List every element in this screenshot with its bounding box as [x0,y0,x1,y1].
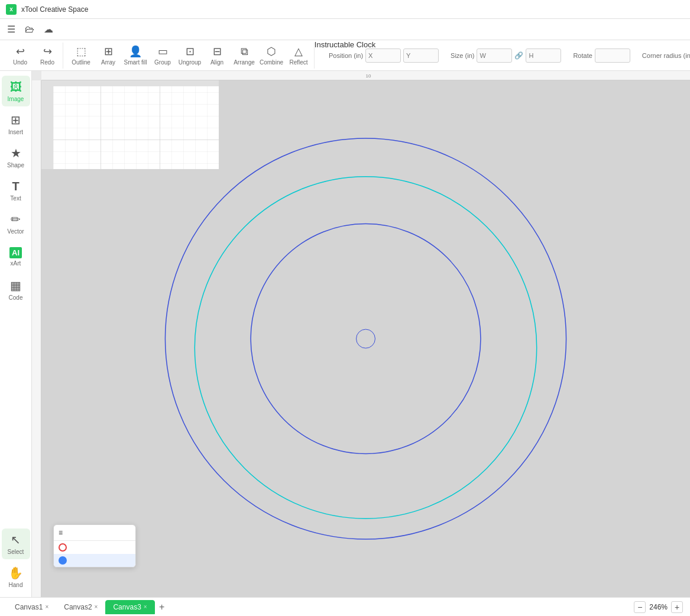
layer-panel-header: ≡ [54,525,135,541]
sidebar-item-code[interactable]: ▦ Code [2,274,30,305]
xart-icon: AI [9,247,22,258]
sidebar-item-insert[interactable]: ⊞ Insert [2,109,30,140]
toolbar: ↩ Undo ↪ Redo ⬚ Outline ⊞ Array 👤 Smart … [0,40,690,71]
zoom-controls: − 246% + [634,601,683,613]
position-group: Position (in) [324,48,443,63]
arrange-button[interactable]: ⧉ Arrange [231,43,257,69]
canvas-area[interactable]: 10 [32,71,690,597]
circle-cyan [195,177,536,518]
toolbar-group-history: ↩ Undo ↪ Redo [5,43,63,69]
size-w-input[interactable] [477,48,512,63]
select-icon: ↖ [11,533,21,547]
arrange-icon: ⧉ [241,46,248,58]
redo-icon: ↪ [43,45,52,58]
tab-canvas2[interactable]: Canvas2 × [56,600,105,614]
outline-icon: ⬚ [76,45,86,58]
hand-icon: ✋ [8,566,23,580]
sidebar-item-shape[interactable]: ★ Shape [2,142,30,173]
tab-canvas2-label: Canvas2 [64,603,92,611]
menu-hamburger-icon[interactable]: ☰ [7,24,15,35]
ruler-tick-10: 10 [366,73,371,79]
svg-rect-2 [53,86,207,157]
sidebar-item-hand[interactable]: ✋ Hand [2,562,30,592]
drawing-canvas [41,80,690,597]
tab-canvas3-close[interactable]: × [144,604,147,610]
zoom-plus-button[interactable]: + [671,601,683,613]
toolbar-group-tools: ⬚ Outline ⊞ Array 👤 Smart fill ▭ Group ⊡… [66,43,315,69]
app-title: xTool Creative Space [21,5,88,14]
position-label: Position (in) [329,52,363,59]
svg-rect-4 [53,86,219,169]
align-button[interactable]: ⊟ Align [204,43,230,69]
align-icon: ⊟ [213,45,222,58]
sidebar-item-image[interactable]: 🖼 Image [2,76,30,106]
layer-item-red[interactable] [54,541,135,554]
array-button[interactable]: ⊞ Array [95,43,121,69]
smart-fill-button[interactable]: 👤 Smart fill [122,43,148,69]
reflect-icon: △ [294,45,303,58]
position-x-input[interactable] [365,48,401,63]
sidebar-item-select[interactable]: ↖ Select [2,529,30,559]
layer-panel: ≡ [53,524,136,568]
group-icon: ▭ [158,45,168,58]
reflect-button[interactable]: △ Reflect [286,43,312,69]
combine-icon: ⬡ [267,45,276,58]
layer-list-icon: ≡ [59,529,63,537]
tab-canvas1-close[interactable]: × [45,604,48,610]
ruler-top: 10 [41,71,690,80]
svg-rect-3 [53,86,219,169]
app-icon: x [6,4,17,15]
undo-icon: ↩ [16,45,25,58]
lock-icon: 🔗 [514,51,523,60]
ungroup-icon: ⊡ [186,45,195,58]
tab-canvas3[interactable]: Canvas3 × [105,600,154,614]
zoom-minus-button[interactable]: − [634,601,646,613]
array-icon: ⊞ [104,45,113,58]
circle-inner-blue [251,224,481,454]
tab-canvas1-label: Canvas1 [15,603,43,611]
tab-canvas1[interactable]: Canvas1 × [7,600,56,614]
titlebar: x xTool Creative Space [0,0,690,19]
ruler-left [32,80,41,597]
sidebar-item-text[interactable]: T Text [2,175,30,206]
rotate-input[interactable] [595,48,630,63]
circle-outer-blue [165,138,566,539]
outline-button[interactable]: ⬚ Outline [68,43,94,69]
tab-add-button[interactable]: + [155,600,169,614]
corner-radius-label: Corner radius (in) [642,52,690,59]
layer-dot-blue [59,556,67,565]
insert-icon: ⊞ [11,113,21,127]
tab-canvas2-close[interactable]: × [95,604,98,610]
rotate-group: Rotate [568,48,634,63]
code-icon: ▦ [10,278,21,293]
rotate-label: Rotate [573,52,592,59]
main-area: 🖼 Image ⊞ Insert ★ Shape T Text ✏ Vector… [0,71,690,597]
sidebar-item-xart[interactable]: AI xArt [2,241,30,272]
menu-folder-icon[interactable]: 🗁 [25,24,34,35]
menu-cloud-icon[interactable]: ☁ [44,24,53,35]
smart-fill-icon: 👤 [129,45,142,58]
size-label: Size (in) [451,52,474,59]
sidebar-item-vector[interactable]: ✏ Vector [2,208,30,239]
combine-button[interactable]: ⬡ Combine [258,43,284,69]
vector-icon: ✏ [11,212,21,226]
bottombar: Canvas1 × Canvas2 × Canvas3 × + − 246% + [0,597,690,616]
redo-button[interactable]: ↪ Redo [34,43,60,69]
ungroup-button[interactable]: ⊡ Ungroup [177,43,203,69]
grid-overlay [41,80,219,169]
canvas-background[interactable]: ≡ [41,80,690,597]
layer-dot-red [59,543,67,552]
sidebar: 🖼 Image ⊞ Insert ★ Shape T Text ✏ Vector… [0,71,32,597]
group-button[interactable]: ▭ Group [150,43,176,69]
position-y-input[interactable] [403,48,439,63]
size-h-input[interactable] [526,48,561,63]
menubar: ☰ 🗁 ☁ Instructable Clock [0,19,690,40]
shape-icon: ★ [11,146,21,160]
zoom-level: 246% [649,603,668,611]
undo-button[interactable]: ↩ Undo [7,43,33,69]
image-icon: 🖼 [10,80,22,94]
layer-item-blue[interactable] [54,554,135,567]
text-icon: T [12,180,19,193]
circle-center [357,329,375,348]
tab-canvas3-label: Canvas3 [113,603,141,611]
